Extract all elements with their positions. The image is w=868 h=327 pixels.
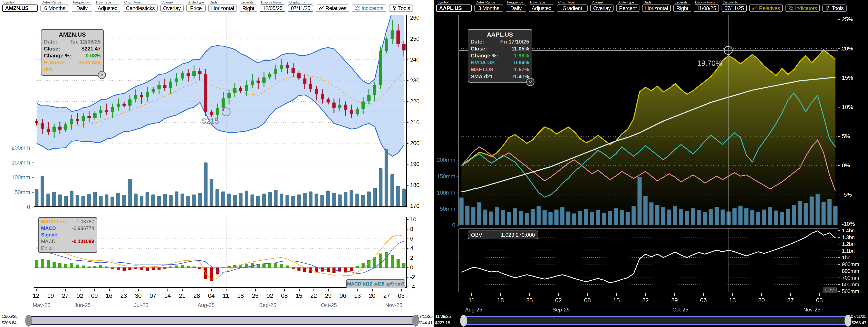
x-day-label: 29 [322, 292, 334, 299]
indicators-button[interactable]: Indicators [352, 4, 386, 12]
data-type-control: Data Type Adjusted [95, 1, 120, 12]
legend-date-value: Fri 17/10/25 [500, 38, 529, 45]
data-type-button[interactable]: Adjusted [529, 4, 554, 12]
slider-handle-left[interactable] [460, 315, 467, 327]
frequency-button[interactable]: Daily [72, 4, 92, 12]
grids-button[interactable]: Horizontal [208, 4, 237, 12]
x-day-label: 06 [337, 292, 349, 299]
volume-label: Volume [161, 1, 184, 4]
axis-tick-label: 50mm [4, 189, 31, 196]
symbol-input[interactable]: AMZN.US [2, 4, 38, 12]
svg-text:$215: $215 [202, 117, 219, 125]
tools-button[interactable]: Tools [389, 4, 413, 12]
indicators-button[interactable]: Indicators [785, 4, 820, 12]
axis-tick-label: 1.2bn [841, 241, 866, 247]
axis-tick-label: 900mm [841, 261, 866, 268]
frequency-button[interactable]: Daily [506, 4, 526, 12]
axis-tick-label: 0 [428, 222, 456, 229]
legend-date-label: Date: [44, 38, 57, 45]
scale-type-button[interactable]: Price [186, 4, 206, 12]
axis-tick-label: 200mm [428, 157, 456, 163]
legends-button[interactable]: Right [673, 4, 691, 12]
volume-control: Volume Overlay [160, 1, 184, 12]
display-to-control: Display To 07/11/25 [288, 1, 313, 12]
axis-tick-label: 6 [409, 235, 430, 242]
legend-bbands-value: $223.839 [79, 59, 101, 73]
display-to-input[interactable]: 07/11/25 [288, 4, 313, 12]
macd-histogram-layer [35, 252, 405, 281]
frequency-label: Frequency [507, 1, 526, 4]
grids-label: Grids [210, 1, 237, 4]
x-tick-mark [94, 289, 95, 292]
volume-button[interactable]: Overlay [590, 4, 614, 12]
x-day-label: 08 [581, 297, 593, 304]
slider-handle-left[interactable] [25, 315, 32, 327]
display-from-input[interactable]: 11/08/25 [694, 4, 719, 12]
slider-handle-right[interactable] [844, 315, 851, 327]
date-range-slider-track[interactable] [29, 316, 415, 325]
axis-tick-label: 100mm [4, 174, 31, 181]
x-tick-mark [529, 293, 530, 296]
legend-date-value: Tue 12/08/25 [69, 38, 101, 45]
tools-control: Tools [389, 1, 413, 12]
x-tick-mark [587, 293, 588, 296]
x-day-label: 15 [610, 297, 622, 304]
grids-control: Grids Horizontal [208, 1, 237, 12]
relatives-button[interactable]: Relatives [749, 4, 783, 12]
legends-label: Legends [241, 1, 257, 4]
chevron-down-icon [528, 79, 533, 85]
data-type-control: Data Type Adjusted [529, 1, 554, 12]
dates-range-button[interactable]: 3 Months [474, 4, 503, 12]
x-tick-mark [153, 289, 153, 292]
chart-type-button[interactable]: Gradient [557, 4, 588, 12]
x-tick-mark [762, 293, 762, 296]
x-tick-mark [616, 293, 617, 296]
macd-signal-value: -0.986774 [72, 225, 94, 238]
chart-type-button[interactable]: Candlesticks [123, 4, 157, 12]
x-tick-mark [65, 289, 66, 292]
x-month-label: Jul-25 [129, 302, 153, 308]
x-tick-mark [372, 289, 373, 292]
legend-close-label: Close: [471, 45, 487, 52]
legend-nvda-value: 0.64% [514, 59, 529, 66]
percent-axis: 25%20%15%10%5%0%-5%-10% [841, 15, 866, 225]
axis-tick-label: 600mm [841, 281, 866, 288]
x-day-label: 12 [30, 292, 42, 299]
legend-collapse-button[interactable] [526, 78, 534, 86]
slider-from-value: $208.64 [2, 320, 16, 325]
symbol-input[interactable]: AAPL.US [436, 4, 472, 12]
relatives-icon [319, 5, 324, 11]
x-day-label: 20 [755, 297, 768, 304]
legends-button[interactable]: Right [240, 4, 257, 12]
x-tick-mark [284, 289, 285, 292]
axis-tick-label: 1.1bn [841, 247, 866, 254]
macd-axis: 1086420-2-4 [409, 217, 430, 288]
relatives-button[interactable]: Relatives [316, 4, 349, 12]
display-to-input[interactable]: 07/11/25 [721, 4, 747, 12]
display-from-input[interactable]: 12/05/25 [260, 4, 285, 12]
scale-type-button[interactable]: Percent [616, 4, 640, 12]
date-range-slider-track[interactable] [464, 316, 848, 325]
chart-type-control: Chart Type Gradient [557, 1, 588, 12]
display-to-label: Display To [289, 1, 313, 4]
legend-collapse-button[interactable] [98, 71, 106, 79]
dates-range-button[interactable]: 6 Months [40, 4, 69, 12]
tools-icon [392, 5, 397, 11]
legend-sma-value: 11.41% [512, 73, 529, 80]
axis-tick-label: 0% [841, 162, 866, 169]
data-type-button[interactable]: Adjusted [95, 4, 120, 12]
slider-handle-right[interactable] [412, 315, 419, 327]
axis-tick-label: 10 [409, 216, 430, 223]
x-tick-mark [51, 289, 51, 292]
data-type-label: Data Type [96, 1, 120, 4]
grids-button[interactable]: Horizontal [642, 4, 671, 12]
x-day-label: 19 [44, 292, 57, 299]
slider-to-value: $244.41 [417, 320, 433, 325]
x-day-label: 06 [697, 297, 710, 304]
left-x-axis: 1219270209162330071421280411182502081522… [34, 289, 407, 315]
legend-close-value: $221.47 [82, 45, 101, 52]
macd-signal-label: MACD Signal: [41, 225, 68, 238]
macd-delta-label: MACD Delta: [41, 238, 68, 251]
tools-button[interactable]: Tools [823, 4, 846, 12]
volume-button[interactable]: Overlay [160, 4, 184, 12]
